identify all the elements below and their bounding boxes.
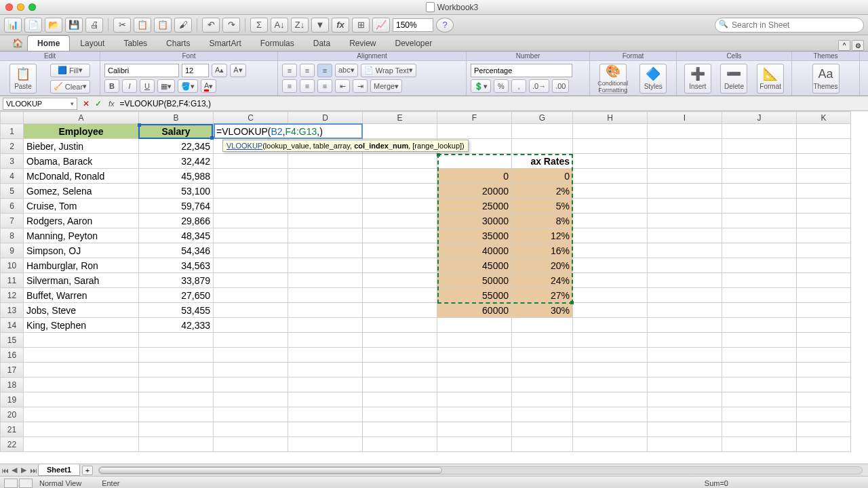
cell[interactable] xyxy=(573,333,648,348)
cell-editor[interactable]: =VLOOKUP(B2,F4:G13,) xyxy=(214,123,363,139)
cell[interactable]: 48,345 xyxy=(139,228,214,243)
cell[interactable] xyxy=(722,437,797,452)
orientation-icon[interactable]: abc▾ xyxy=(335,64,358,77)
cell[interactable] xyxy=(512,422,573,437)
close-icon[interactable] xyxy=(5,3,13,11)
cell[interactable] xyxy=(363,199,437,214)
filter-icon[interactable]: ▼ xyxy=(311,18,329,33)
cell[interactable] xyxy=(797,243,851,258)
align-middle-icon[interactable]: ≡ xyxy=(300,64,315,77)
cell[interactable] xyxy=(288,303,363,318)
spreadsheet-grid[interactable]: A B C D E F G H I J K 1EmployeeSalaryTax… xyxy=(0,111,868,464)
col-header[interactable]: J xyxy=(722,112,797,124)
col-header[interactable]: E xyxy=(363,112,437,124)
cell[interactable]: 16% xyxy=(512,243,573,258)
cell[interactable] xyxy=(648,363,722,378)
cell[interactable] xyxy=(214,392,288,407)
cell[interactable] xyxy=(363,273,437,288)
sort-desc-icon[interactable]: Z↓ xyxy=(291,18,309,33)
cell[interactable] xyxy=(648,303,722,318)
cell[interactable]: Simpson, OJ xyxy=(24,243,139,258)
cell[interactable] xyxy=(139,407,214,422)
cell[interactable]: 30000 xyxy=(437,214,512,228)
cell[interactable] xyxy=(797,228,851,243)
cell[interactable]: 35000 xyxy=(437,228,512,243)
cell[interactable] xyxy=(288,199,363,214)
redo-icon[interactable]: ↷ xyxy=(222,18,240,33)
cell[interactable] xyxy=(214,199,288,214)
cell[interactable] xyxy=(722,378,797,392)
cell[interactable] xyxy=(214,288,288,303)
cell[interactable]: 40000 xyxy=(437,243,512,258)
add-sheet-button[interactable]: + xyxy=(82,466,93,475)
cell[interactable] xyxy=(797,124,851,139)
cell[interactable] xyxy=(288,184,363,199)
cell[interactable] xyxy=(573,348,648,363)
row-header[interactable]: 5 xyxy=(1,184,24,199)
cell[interactable] xyxy=(363,333,437,348)
tab-smartart[interactable]: SmartArt xyxy=(199,36,250,51)
cell[interactable] xyxy=(722,273,797,288)
increase-decimal-icon[interactable]: .0→ xyxy=(529,79,549,93)
autosum-icon[interactable]: Σ xyxy=(250,18,268,33)
cell[interactable]: 54,346 xyxy=(139,243,214,258)
row-header[interactable]: 4 xyxy=(1,169,24,184)
cell[interactable] xyxy=(797,437,851,452)
cell[interactable] xyxy=(363,392,437,407)
cell[interactable] xyxy=(214,348,288,363)
cell[interactable]: 50000 xyxy=(437,273,512,288)
ribbon-collapse-icon[interactable]: ^ xyxy=(838,40,850,51)
help-icon[interactable]: ? xyxy=(436,18,454,33)
cell[interactable] xyxy=(722,333,797,348)
tab-developer[interactable]: Developer xyxy=(385,36,441,51)
cell[interactable] xyxy=(139,333,214,348)
cell[interactable] xyxy=(648,243,722,258)
cell[interactable] xyxy=(648,273,722,288)
select-all-corner[interactable] xyxy=(1,112,24,124)
cell[interactable] xyxy=(288,407,363,422)
delete-button[interactable]: ➖Delete xyxy=(720,64,747,94)
cell[interactable] xyxy=(24,392,139,407)
cell[interactable] xyxy=(573,124,648,139)
cell[interactable] xyxy=(648,228,722,243)
col-header[interactable]: H xyxy=(573,112,648,124)
row-header[interactable]: 9 xyxy=(1,243,24,258)
cell[interactable]: 22,345 xyxy=(139,139,214,154)
cell[interactable]: 27,650 xyxy=(139,288,214,303)
increase-font-icon[interactable]: A▴ xyxy=(212,64,227,77)
row-header[interactable]: 21 xyxy=(1,422,24,437)
cell[interactable] xyxy=(437,124,512,139)
cell[interactable] xyxy=(573,184,648,199)
zoom-input[interactable] xyxy=(393,18,433,32)
cell[interactable] xyxy=(363,422,437,437)
cell[interactable] xyxy=(437,348,512,363)
cell[interactable] xyxy=(648,318,722,333)
row-header[interactable]: 10 xyxy=(1,258,24,273)
cell[interactable]: Buffet, Warren xyxy=(24,288,139,303)
cell[interactable] xyxy=(722,258,797,273)
cell[interactable] xyxy=(363,243,437,258)
cell[interactable]: 24% xyxy=(512,273,573,288)
cell[interactable] xyxy=(24,407,139,422)
cell[interactable] xyxy=(722,422,797,437)
font-color-button[interactable]: A▾ xyxy=(201,79,216,93)
increase-indent-icon[interactable]: ⇥ xyxy=(353,79,368,93)
cell[interactable]: Cruise, Tom xyxy=(24,199,139,214)
cell[interactable] xyxy=(288,273,363,288)
cell[interactable] xyxy=(512,407,573,422)
row-header[interactable]: 1 xyxy=(1,124,24,139)
cell[interactable]: 53,100 xyxy=(139,184,214,199)
bold-button[interactable]: B xyxy=(104,79,119,93)
tab-home[interactable]: Home xyxy=(27,35,70,51)
col-header[interactable]: A xyxy=(24,112,139,124)
cell[interactable]: 53,455 xyxy=(139,303,214,318)
cell[interactable]: 2% xyxy=(512,184,573,199)
format-button[interactable]: 📐Format xyxy=(757,64,784,94)
cell[interactable] xyxy=(288,422,363,437)
clear-button[interactable]: 🧹 Clear ▾ xyxy=(50,80,90,94)
tab-review[interactable]: Review xyxy=(340,36,385,51)
row-header[interactable]: 11 xyxy=(1,273,24,288)
row-header[interactable]: 18 xyxy=(1,378,24,392)
cell[interactable] xyxy=(797,378,851,392)
cell[interactable]: Employee xyxy=(24,124,139,139)
